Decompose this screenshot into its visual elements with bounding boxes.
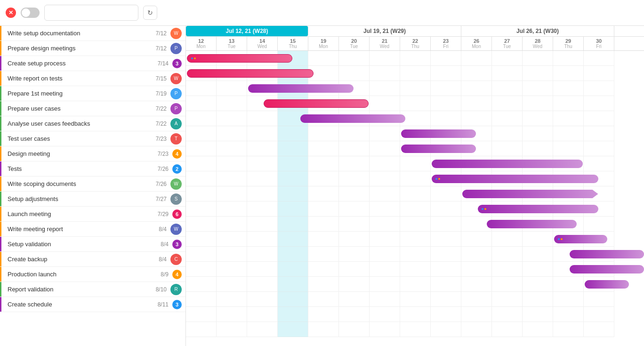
gantt-bar[interactable] <box>570 265 644 274</box>
day-cell: 26Mon <box>461 37 492 50</box>
gantt-cell <box>492 307 523 322</box>
task-row[interactable]: Write scoping documents7/26W <box>0 177 185 192</box>
gantt-bar[interactable] <box>187 69 314 78</box>
task-row[interactable]: Prepare user cases7/22P <box>0 101 185 116</box>
gantt-cell <box>492 111 523 126</box>
gantt-bar[interactable] <box>487 220 577 228</box>
task-row[interactable]: Setup adjustments7/27S <box>0 192 185 207</box>
gantt-cell <box>186 262 217 277</box>
gantt-cell <box>492 292 523 307</box>
task-row[interactable]: Setup validation8/43 <box>0 237 185 252</box>
gantt-cell <box>400 186 431 201</box>
sort-dropdown[interactable] <box>44 5 138 21</box>
gantt-bar[interactable] <box>462 190 598 198</box>
gantt-cell <box>217 262 247 277</box>
gantt-cell <box>217 292 247 307</box>
task-count-badge: 4 <box>172 270 182 279</box>
task-row[interactable]: Report validation8/10R <box>0 282 185 297</box>
gantt-cell <box>461 247 492 262</box>
gantt-bar[interactable] <box>432 160 583 168</box>
gantt-cell <box>186 171 217 186</box>
task-avatar: P <box>170 88 182 99</box>
gantt-cell <box>553 307 584 322</box>
gantt-cell <box>217 322 247 337</box>
gantt-cell <box>400 81 431 96</box>
gantt-cell <box>186 96 217 111</box>
gantt-bar[interactable] <box>401 145 476 153</box>
task-row[interactable]: Launch meeting7/296 <box>0 207 185 222</box>
gantt-cell <box>370 307 400 322</box>
close-button[interactable]: ✕ <box>6 8 16 18</box>
task-row[interactable]: Production launch8/94 <box>0 267 185 282</box>
gantt-cell <box>492 277 523 292</box>
gantt-header: Jul 12, 21 (W28)Jul 19, 21 (W29)Jul 26, … <box>186 26 644 51</box>
gantt-cell <box>523 232 553 247</box>
refresh-button[interactable]: ↻ <box>143 6 157 20</box>
gantt-cell <box>461 96 492 111</box>
task-row[interactable]: Tests7/262 <box>0 161 185 177</box>
gantt-bar[interactable] <box>264 99 369 108</box>
gantt-cell <box>186 247 217 262</box>
gantt-bar[interactable] <box>585 280 629 289</box>
gantt-cell <box>461 262 492 277</box>
gantt-cell <box>339 217 370 232</box>
task-color-indicator <box>0 86 1 101</box>
task-date: 7/19 <box>153 90 167 97</box>
gantt-cell <box>186 126 217 141</box>
task-row[interactable]: Write report on tests7/15W <box>0 71 185 86</box>
gantt-cell <box>247 322 278 337</box>
gantt-cell <box>492 66 523 81</box>
gantt-bar[interactable] <box>554 235 607 243</box>
gantt-cell <box>308 217 339 232</box>
task-row[interactable]: Test user cases7/23T <box>0 131 185 146</box>
task-row[interactable]: Write meeting report8/4W <box>0 222 185 237</box>
gantt-cell <box>584 156 614 171</box>
gantt-cell <box>186 292 217 307</box>
gantt-cell <box>339 292 370 307</box>
gantt-cell <box>400 277 431 292</box>
gantt-area[interactable]: Jul 12, 21 (W28)Jul 19, 21 (W29)Jul 26, … <box>186 26 644 346</box>
task-date: 7/12 <box>153 30 167 37</box>
gantt-bar[interactable] <box>478 205 598 213</box>
gantt-bar[interactable] <box>300 114 406 123</box>
gantt-cell <box>339 141 370 156</box>
gantt-cell <box>461 66 492 81</box>
task-row[interactable]: Create setup process7/143 <box>0 56 185 71</box>
task-row[interactable]: Write setup documentation7/12W <box>0 26 185 41</box>
toggle-button[interactable] <box>21 8 40 18</box>
gantt-cell <box>553 126 584 141</box>
day-row: 12Mon13Tue14Wed15Thu19Mon20Tue21Wed22Thu… <box>186 37 644 50</box>
gantt-bar[interactable] <box>248 84 354 93</box>
task-date: 8/9 <box>154 271 169 278</box>
task-count-badge: 6 <box>172 209 182 219</box>
gantt-cell <box>370 292 400 307</box>
task-date: 7/22 <box>153 121 167 127</box>
task-row[interactable]: Create backup8/4C <box>0 252 185 267</box>
gantt-cell <box>217 156 247 171</box>
task-date: 8/4 <box>153 256 167 263</box>
gantt-cell <box>186 217 217 232</box>
task-row[interactable]: Create schedule8/113 <box>0 297 185 312</box>
gantt-cell <box>400 66 431 81</box>
task-row[interactable]: Design meeting7/234 <box>0 146 185 161</box>
gantt-cell <box>523 247 553 262</box>
gantt-cell <box>308 186 339 201</box>
day-cell: 12Mon <box>186 37 217 50</box>
gantt-cell <box>431 277 461 292</box>
task-count-badge: 3 <box>172 59 182 68</box>
task-color-indicator <box>0 177 1 191</box>
gantt-bar[interactable] <box>401 129 476 138</box>
gantt-cell <box>492 247 523 262</box>
gantt-row <box>186 322 614 337</box>
task-avatar: W <box>170 28 182 39</box>
gantt-cell <box>217 232 247 247</box>
task-avatar: T <box>170 133 182 145</box>
gantt-bar[interactable] <box>570 250 644 258</box>
task-date: 8/4 <box>154 241 169 248</box>
task-row[interactable]: Analyse user cases feedbacks7/22A <box>0 116 185 131</box>
gantt-bar[interactable] <box>187 54 292 63</box>
gantt-bar[interactable] <box>432 175 598 183</box>
task-row[interactable]: Prepare design meetings7/12P <box>0 41 185 56</box>
task-row[interactable]: Prepare 1st meeting7/19P <box>0 86 185 101</box>
gantt-cell <box>247 217 278 232</box>
